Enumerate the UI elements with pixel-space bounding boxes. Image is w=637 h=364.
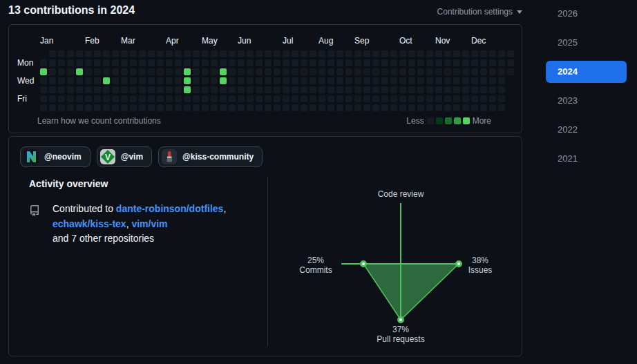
contribution-cell[interactable]: [247, 86, 254, 93]
contribution-cell[interactable]: [238, 50, 245, 57]
contribution-cell[interactable]: [211, 77, 218, 84]
contribution-cell[interactable]: [417, 50, 424, 57]
contribution-cell[interactable]: [381, 95, 388, 102]
contribution-cell[interactable]: [453, 86, 460, 93]
year-item-2025[interactable]: 2025: [546, 32, 627, 54]
contribution-cell[interactable]: [238, 77, 245, 84]
contribution-cell[interactable]: [175, 77, 182, 84]
contribution-cell[interactable]: [327, 104, 334, 111]
contribution-cell[interactable]: [381, 77, 388, 84]
contribution-cell[interactable]: [265, 95, 272, 102]
contribution-cell[interactable]: [148, 95, 155, 102]
contribution-cell[interactable]: [148, 68, 155, 75]
contribution-cell[interactable]: [166, 104, 173, 111]
contribution-cell[interactable]: [157, 104, 164, 111]
contribution-cell[interactable]: [327, 77, 334, 84]
contribution-cell[interactable]: [489, 68, 496, 75]
contribution-cell[interactable]: [471, 95, 478, 102]
contribution-cell[interactable]: [498, 95, 505, 102]
contribution-cell[interactable]: [67, 77, 74, 84]
contribution-cell[interactable]: [58, 77, 65, 84]
contribution-cell[interactable]: [166, 77, 173, 84]
contribution-cell[interactable]: [372, 59, 379, 66]
contribution-cell[interactable]: [76, 50, 83, 57]
contribution-cell[interactable]: [40, 59, 47, 66]
contribution-cell[interactable]: [390, 104, 397, 111]
contribution-cell[interactable]: [256, 104, 263, 111]
contribution-cell[interactable]: [498, 68, 505, 75]
contribution-cell[interactable]: [426, 77, 433, 84]
contribution-cell[interactable]: [336, 77, 343, 84]
contribution-cell[interactable]: [292, 59, 298, 66]
contribution-cell[interactable]: [462, 77, 469, 84]
year-item-2026[interactable]: 2026: [546, 3, 627, 25]
contribution-cell[interactable]: [256, 86, 263, 93]
contribution-cell[interactable]: [471, 77, 478, 84]
learn-how-link[interactable]: Learn how we count contributions: [37, 116, 161, 126]
contribution-cell[interactable]: [318, 77, 325, 84]
contribution-cell[interactable]: [265, 59, 272, 66]
contribution-cell[interactable]: [40, 86, 47, 93]
contribution-cell[interactable]: [354, 86, 361, 93]
contribution-cell[interactable]: [58, 50, 65, 57]
contribution-cell[interactable]: [363, 77, 370, 84]
contribution-cell[interactable]: [283, 68, 289, 75]
contribution-cell[interactable]: [157, 86, 164, 93]
contribution-cell[interactable]: [148, 77, 155, 84]
contribution-cell[interactable]: [301, 50, 307, 57]
contribution-cell[interactable]: [229, 86, 236, 93]
contribution-cell[interactable]: [229, 95, 236, 102]
contribution-cell[interactable]: [220, 68, 227, 75]
contribution-cell[interactable]: [453, 68, 460, 75]
contribution-cell[interactable]: [175, 104, 182, 111]
contribution-cell[interactable]: [292, 95, 298, 102]
contribution-cell[interactable]: [175, 86, 182, 93]
contribution-cell[interactable]: [390, 50, 397, 57]
contribution-cell[interactable]: [211, 59, 218, 66]
contribution-cell[interactable]: [345, 50, 352, 57]
contribution-cell[interactable]: [498, 77, 505, 84]
contribution-cell[interactable]: [202, 50, 209, 57]
contribution-cell[interactable]: [94, 50, 101, 57]
contribution-cell[interactable]: [301, 77, 307, 84]
contribution-cell[interactable]: [399, 50, 406, 57]
contribution-cell[interactable]: [417, 95, 424, 102]
contribution-cell[interactable]: [76, 68, 83, 75]
contribution-cell[interactable]: [112, 95, 119, 102]
contribution-cell[interactable]: [354, 68, 361, 75]
contribution-cell[interactable]: [301, 95, 307, 102]
contribution-cell[interactable]: [121, 86, 128, 93]
contribution-cell[interactable]: [67, 59, 74, 66]
contribution-cell[interactable]: [390, 77, 397, 84]
contribution-cell[interactable]: [193, 77, 200, 84]
contribution-cell[interactable]: [238, 59, 245, 66]
contribution-cell[interactable]: [507, 50, 514, 57]
contribution-cell[interactable]: [399, 95, 406, 102]
contribution-cell[interactable]: [354, 59, 361, 66]
contribution-cell[interactable]: [462, 86, 469, 93]
contribution-cell[interactable]: [49, 86, 56, 93]
contribution-cell[interactable]: [247, 50, 254, 57]
contribution-cell[interactable]: [417, 86, 424, 93]
contribution-cell[interactable]: [265, 50, 272, 57]
contribution-cell[interactable]: [184, 59, 191, 66]
contribution-cell[interactable]: [462, 59, 469, 66]
contribution-cell[interactable]: [157, 95, 164, 102]
contribution-cell[interactable]: [94, 59, 101, 66]
contribution-cell[interactable]: [453, 95, 460, 102]
contribution-cell[interactable]: [292, 86, 298, 93]
contribution-cell[interactable]: [489, 59, 496, 66]
contribution-cell[interactable]: [453, 50, 460, 57]
contribution-cell[interactable]: [76, 86, 83, 93]
contribution-cell[interactable]: [507, 59, 514, 66]
contribution-settings-dropdown[interactable]: Contribution settings: [437, 7, 522, 17]
contribution-cell[interactable]: [184, 68, 191, 75]
org-badge-kiss-community[interactable]: @kiss-community: [158, 146, 263, 167]
contribution-cell[interactable]: [345, 86, 352, 93]
contribution-cell[interactable]: [292, 104, 298, 111]
contribution-cell[interactable]: [417, 77, 424, 84]
contribution-cell[interactable]: [193, 86, 200, 93]
contribution-cell[interactable]: [85, 104, 92, 111]
contribution-cell[interactable]: [318, 68, 325, 75]
contribution-cell[interactable]: [256, 59, 263, 66]
